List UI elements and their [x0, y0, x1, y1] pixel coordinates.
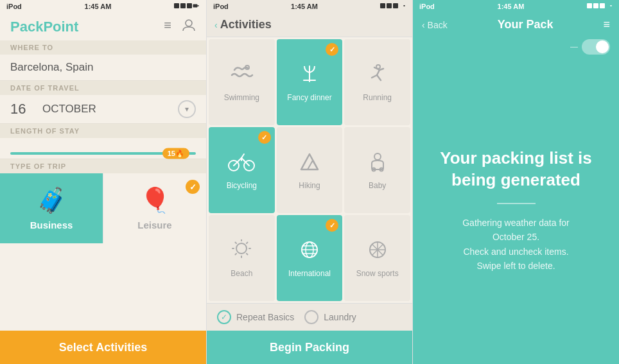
menu-icon[interactable]: ≡	[164, 18, 171, 35]
swimming-label: Swimming	[224, 93, 259, 102]
bicycling-icon	[227, 152, 256, 177]
toggle-label: —	[570, 42, 578, 51]
running-label: Running	[363, 93, 392, 102]
pack-divider	[497, 203, 536, 204]
svg-rect-6	[380, 3, 385, 8]
pack-main-content: Your packing list is being generated Gat…	[413, 57, 619, 364]
time-3: 1:45 AM	[498, 3, 525, 10]
svg-rect-9	[404, 5, 405, 6]
activity-card-swimming[interactable]: Swimming	[209, 39, 275, 125]
slider-track[interactable]: 15🔥	[10, 152, 196, 155]
month-text: OCTOBER	[42, 103, 173, 116]
business-icon: 🧳	[37, 186, 67, 214]
your-pack-panel: iPod 1:45 AM ‹ Back Your Pack ≡ — Your p…	[413, 0, 619, 364]
international-label: International	[288, 269, 331, 278]
svg-line-26	[247, 243, 248, 244]
select-activities-button[interactable]: Select Activities	[0, 331, 206, 364]
laundry-label: Laundry	[324, 312, 356, 322]
activities-title: Activities	[220, 18, 272, 31]
carrier-3: iPod	[419, 3, 435, 10]
svg-rect-2	[187, 3, 192, 8]
activity-card-beach[interactable]: Beach	[209, 215, 275, 301]
carrier-1: iPod	[6, 3, 22, 10]
pack-toggle-switch[interactable]	[582, 39, 610, 55]
fancy-dinner-icon	[297, 64, 322, 89]
activity-card-bicycling[interactable]: ✓ Bicycling	[209, 127, 275, 213]
form-section: WHERE TO Barcelona, Spain DATE OF TRAVEL…	[0, 40, 206, 331]
pack-menu-icon[interactable]: ≡	[603, 18, 610, 31]
battery-icons-2	[380, 2, 406, 11]
activities-back-button[interactable]: ‹	[214, 20, 218, 30]
where-to-label: WHERE TO	[0, 40, 206, 55]
repeat-basics-toggle[interactable]: ✓ Repeat Basics	[217, 310, 294, 324]
packpoint-panel: iPod 1:45 AM PackPoint ≡ WHERE TO Barcel…	[0, 0, 207, 364]
app-header: PackPoint ≡	[0, 13, 206, 40]
trip-card-business[interactable]: 🧳 Business	[0, 173, 103, 243]
pack-title: Your Pack	[498, 18, 554, 31]
baby-label: Baby	[369, 181, 386, 190]
activity-card-running[interactable]: Running	[344, 39, 410, 125]
laundry-check[interactable]	[304, 310, 318, 324]
activity-card-baby[interactable]: Baby	[344, 127, 410, 213]
battery-icons-3	[587, 2, 613, 11]
length-slider-container: 15🔥	[0, 138, 206, 159]
time-2: 1:45 AM	[291, 3, 318, 10]
trip-card-leisure[interactable]: ✓ 🎈 Leisure	[103, 173, 206, 243]
svg-rect-1	[180, 3, 186, 8]
fancy-dinner-label: Fancy dinner	[287, 93, 331, 102]
time-1: 1:45 AM	[85, 3, 112, 10]
snow-sports-label: Snow sports	[356, 269, 399, 278]
destination-value[interactable]: Barcelona, Spain	[0, 55, 206, 81]
status-bar-3: iPod 1:45 AM	[413, 0, 619, 13]
svg-rect-38	[587, 3, 592, 8]
svg-point-16	[374, 153, 381, 160]
hiking-icon	[297, 152, 322, 177]
beach-icon	[229, 239, 254, 265]
svg-point-11	[376, 65, 380, 69]
trip-type-section: 🧳 Business ✓ 🎈 Leisure	[0, 173, 206, 243]
app-title: PackPoint	[10, 19, 78, 35]
leisure-icon: 🎈	[140, 186, 170, 214]
status-bar-1: iPod 1:45 AM	[0, 0, 206, 13]
activity-card-international[interactable]: ✓ International	[277, 215, 343, 301]
svg-rect-8	[393, 3, 398, 8]
activities-footer: ✓ Repeat Basics Laundry	[207, 303, 412, 331]
trip-type-label: TYPE OF TRIP	[0, 159, 206, 173]
bicycling-check: ✓	[258, 131, 271, 144]
svg-point-19	[236, 243, 247, 254]
toggle-knob	[596, 40, 609, 53]
international-icon	[297, 239, 322, 265]
month-select[interactable]: OCTOBER ▾	[42, 100, 196, 118]
svg-line-24	[236, 243, 237, 244]
begin-packing-button[interactable]: Begin Packing	[207, 331, 412, 364]
snow-sports-icon	[365, 239, 390, 265]
fancy-dinner-check: ✓	[326, 43, 338, 56]
laundry-toggle[interactable]: Laundry	[304, 310, 356, 324]
activity-card-snow-sports[interactable]: Snow sports	[344, 215, 410, 301]
month-chevron[interactable]: ▾	[178, 100, 196, 118]
slider-thumb: 15🔥	[162, 148, 189, 159]
svg-rect-0	[174, 3, 179, 8]
carrier-2: iPod	[213, 3, 229, 10]
activities-panel: iPod 1:45 AM ‹ Activities Swimming ✓	[207, 0, 413, 364]
leisure-label: Leisure	[137, 220, 171, 230]
svg-rect-40	[600, 3, 605, 8]
activities-grid: Swimming ✓ Fancy dinner Running ✓ Bicycl…	[207, 37, 412, 303]
pack-back-button[interactable]: ‹ Back	[422, 20, 448, 30]
svg-point-5	[186, 20, 192, 26]
activity-card-fancy-dinner[interactable]: ✓ Fancy dinner	[277, 39, 343, 125]
activities-header: ‹ Activities	[207, 13, 412, 37]
running-icon	[365, 64, 390, 89]
business-label: Business	[30, 220, 73, 230]
repeat-basics-check[interactable]: ✓	[217, 310, 231, 324]
swimming-icon	[229, 64, 254, 89]
svg-rect-39	[593, 3, 598, 8]
bicycling-label: Bicycling	[227, 181, 257, 190]
svg-rect-41	[611, 5, 612, 6]
battery-icons-1	[174, 2, 200, 11]
activity-card-hiking[interactable]: Hiking	[277, 127, 343, 213]
beach-label: Beach	[231, 269, 252, 278]
profile-icon[interactable]	[182, 18, 196, 35]
length-label: LENGTH OF STAY	[0, 124, 206, 138]
date-number: 16	[10, 101, 36, 117]
